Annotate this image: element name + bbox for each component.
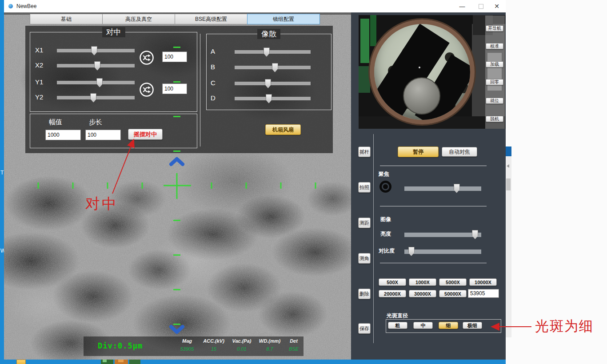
sample-stub — [403, 77, 440, 115]
slider-label-d: D — [211, 94, 216, 102]
home-button[interactable]: 回零 — [486, 79, 503, 85]
scrollbar-thumb[interactable] — [506, 178, 511, 190]
sem-viewport[interactable]: 基础 高压及真空 BSE高级配置 镜组配置 对中 X1 X2 Y1 Y2 — [4, 12, 351, 360]
tab-hv-vacuum[interactable]: 高压及真空 — [102, 14, 175, 24]
astig-slider-d[interactable] — [235, 97, 311, 100]
chassis-fan-button[interactable]: 机箱风扇 — [265, 124, 301, 135]
tab-basic[interactable]: 基础 — [30, 14, 103, 24]
wobble-centering-button[interactable]: 摇摆对中 — [128, 129, 163, 140]
status-header: ACC.(kV) — [200, 338, 228, 344]
astig-slider-c[interactable] — [235, 82, 311, 85]
spot-coarse-button[interactable]: 粗 — [388, 322, 407, 329]
titlebar[interactable]: NewBee — ✕ — [4, 0, 506, 12]
focus-slider[interactable] — [404, 186, 481, 191]
divider — [380, 263, 487, 263]
status-header: Vac.(Pa) — [228, 338, 256, 344]
shuffle-x-icon[interactable] — [139, 50, 155, 66]
snapshot-button[interactable]: 拍照 — [358, 182, 371, 193]
control-panel: 开导航 校准 加载 回零 就位 脱机 摇杆 拍照 测距 测角 删除 保存 暂停 … — [351, 12, 506, 360]
annotation-spot-fine: 光斑为细 — [535, 317, 594, 336]
lens-config-panel: 对中 X1 X2 Y1 Y2 — [25, 26, 333, 153]
slider-thumb[interactable] — [408, 247, 415, 256]
in-position-button[interactable]: 就位 — [486, 98, 503, 104]
slider-label-y2: Y2 — [35, 93, 43, 101]
mag-custom-input[interactable] — [468, 289, 499, 298]
amplitude-label: 幅值 — [49, 118, 62, 127]
centering-title: 对中 — [102, 27, 125, 37]
focus-label: 聚焦 — [379, 170, 389, 178]
tab-lens-config[interactable]: 镜组配置 — [247, 14, 320, 24]
joystick-button[interactable]: 摇杆 — [358, 146, 371, 157]
centering-slider-x1[interactable] — [57, 49, 135, 52]
step-label: 步长 — [89, 118, 102, 127]
close-icon: ✕ — [494, 3, 499, 10]
shuffle-y-icon[interactable] — [139, 82, 155, 98]
status-value: BSE — [284, 346, 304, 352]
background-window-fragment — [506, 146, 511, 156]
status-value: 53905 — [175, 346, 200, 352]
sample-stage — [370, 20, 475, 124]
mag-5000x-button[interactable]: 5000X — [439, 278, 467, 286]
contrast-slider[interactable] — [404, 249, 481, 254]
spot-fine-button[interactable]: 细 — [439, 322, 458, 329]
mag-20000x-button[interactable]: 20000X — [379, 290, 406, 297]
offline-button[interactable]: 脱机 — [486, 116, 503, 122]
brightness-slider[interactable] — [404, 233, 481, 237]
load-button[interactable]: 加载 — [486, 61, 503, 67]
centering-slider-y1[interactable] — [57, 81, 135, 84]
centering-gain-y-input[interactable] — [162, 83, 187, 94]
status-value: 15 — [200, 346, 228, 352]
camera-detail — [370, 15, 376, 46]
slider-label-a: A — [211, 47, 215, 55]
mag-10000x-button[interactable]: 10000X — [469, 278, 497, 286]
desktop-left-strip: T W — [0, 0, 4, 364]
close-button[interactable]: ✕ — [488, 0, 506, 12]
taskbar-folder-icon[interactable] — [16, 360, 26, 364]
status-header: Mag — [175, 338, 200, 344]
spot-medium-button[interactable]: 中 — [413, 322, 433, 329]
astig-slider-a[interactable] — [235, 50, 311, 54]
camera-detail — [359, 66, 370, 93]
slider-label-b: B — [211, 63, 215, 71]
divider — [380, 206, 487, 206]
focus-target-icon[interactable] — [379, 181, 391, 193]
panel-divider — [200, 34, 200, 146]
newbee-window: NewBee — ✕ 基础 高压及真空 BSE高级配置 镜组配置 对中 X1 — [4, 0, 506, 360]
slider-thumb[interactable] — [454, 184, 460, 193]
mag-30000x-button[interactable]: 30000X — [409, 290, 436, 297]
save-button[interactable]: 保存 — [358, 323, 371, 334]
centering-gain-x-input[interactable] — [162, 51, 187, 62]
calibrate-button[interactable]: 校准 — [486, 43, 503, 49]
measure-distance-button[interactable]: 测距 — [358, 218, 371, 228]
status-value: 0.01 — [228, 346, 256, 352]
background-text-fragment: T — [0, 170, 4, 176]
status-table: Mag53905 ACC.(kV)15 Vac.(Pa)0.01 WD.(mm)… — [175, 338, 304, 352]
pause-button[interactable]: 暂停 — [398, 146, 439, 157]
measure-angle-button[interactable]: 测角 — [358, 253, 371, 264]
slider-thumb[interactable] — [472, 230, 478, 239]
status-header: Det — [284, 338, 304, 344]
open-navigation-button[interactable]: 开导航 — [486, 25, 503, 32]
mag-500x-button[interactable]: 500X — [379, 278, 406, 286]
scroll-left-arrow-icon[interactable] — [507, 164, 509, 168]
minimize-button[interactable]: — — [453, 0, 471, 12]
spot-ultrafine-button[interactable]: 极细 — [463, 322, 482, 329]
slider-label-c: C — [211, 79, 216, 87]
astigmatism-title: 像散 — [257, 29, 280, 39]
status-bar: Div:0.5μm Mag53905 ACC.(kV)15 Vac.(Pa)0.… — [84, 336, 304, 356]
centering-slider-y2[interactable] — [57, 96, 135, 99]
delete-button[interactable]: 删除 — [358, 289, 371, 299]
tab-bse-advanced[interactable]: BSE高级配置 — [175, 14, 248, 24]
mag-1000x-button[interactable]: 1000X — [409, 278, 436, 286]
autofocus-button[interactable]: 自动对焦 — [442, 147, 477, 157]
background-scrollbar[interactable] — [506, 146, 511, 337]
step-input[interactable] — [85, 130, 121, 140]
centering-slider-x2[interactable] — [57, 64, 135, 67]
stage-nav-strip — [485, 16, 505, 129]
spot-size-label: 光斑直径 — [387, 312, 408, 320]
astig-slider-b[interactable] — [235, 66, 311, 69]
maximize-button[interactable] — [472, 0, 490, 12]
amplitude-input[interactable] — [45, 130, 81, 140]
mag-50000x-button[interactable]: 50000X — [439, 290, 467, 297]
annotation-centering: 对中 — [85, 194, 118, 214]
